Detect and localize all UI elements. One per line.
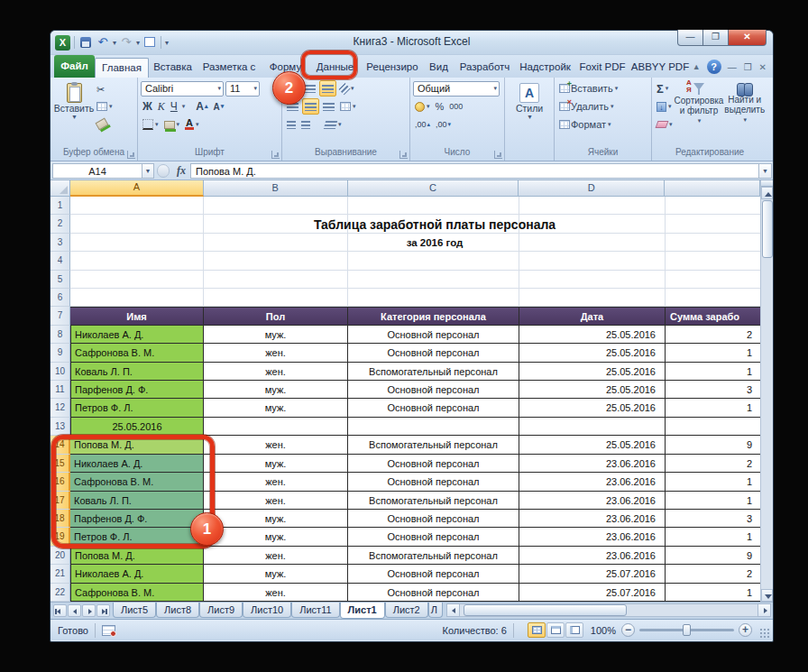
sort-filter-button[interactable]: АЯ Сортировка и фильтр▾ (675, 79, 724, 139)
help-icon[interactable]: ? (707, 60, 721, 74)
cell-B3[interactable] (204, 234, 348, 252)
row-header-13[interactable]: 13 (50, 418, 70, 436)
cell-C14[interactable]: Вспомогательный персонал (348, 436, 519, 454)
align-bottom-button[interactable] (319, 80, 336, 97)
cell-D5[interactable] (519, 271, 666, 289)
sheet-tab-лист5[interactable]: Лист5 (113, 603, 156, 618)
cell-D10[interactable]: 25.05.2016 (519, 363, 666, 381)
sheet-tab-л[interactable]: Л (428, 603, 443, 618)
cell-A13[interactable]: 25.05.2016 (70, 418, 204, 436)
cell-D16[interactable]: 23.06.2016 (519, 473, 666, 491)
sheet-tab-лист8[interactable]: Лист8 (156, 603, 199, 618)
cell-C13[interactable] (348, 418, 519, 436)
workbook-minimize-icon[interactable]: — (728, 62, 738, 72)
column-header-D[interactable]: D (519, 180, 665, 197)
split-handle[interactable] (761, 180, 773, 187)
vertical-scroll-thumb[interactable] (762, 200, 773, 258)
cell-E18[interactable]: 3 (666, 510, 760, 528)
cell-A21[interactable]: Николаев А. Д. (70, 565, 204, 583)
cell-B2[interactable] (204, 215, 348, 233)
row-header-11[interactable]: 11 (50, 381, 70, 399)
number-dialog-launcher-icon[interactable] (494, 151, 502, 159)
cell-B1[interactable] (204, 197, 348, 215)
resize-grip[interactable] (759, 628, 770, 639)
insert-cells-button[interactable]: Вставить▾ (557, 80, 620, 97)
paste-dropdown-icon[interactable]: ▼ (71, 114, 78, 120)
decrease-decimal-button[interactable]: ,00 (434, 116, 453, 133)
header-cell-E7[interactable]: Сумма зарабо (666, 307, 760, 325)
increase-decimal-button[interactable]: ,00 (413, 116, 432, 133)
cell-B22[interactable]: жен. (204, 584, 348, 602)
cell-D3[interactable] (519, 234, 666, 252)
cell-E9[interactable]: 1 (666, 344, 760, 362)
cell-E5[interactable] (666, 271, 760, 289)
number-format-select[interactable]: Общий▾ (413, 81, 500, 97)
italic-button[interactable]: К (156, 98, 167, 115)
clipboard-dialog-launcher-icon[interactable] (127, 151, 135, 159)
cell-C15[interactable]: Основной персонал (348, 455, 519, 473)
cell-B15[interactable]: муж. (204, 455, 348, 473)
cell-E11[interactable]: 3 (666, 381, 760, 399)
cell-A10[interactable]: Коваль Л. П. (70, 363, 204, 381)
cell-D11[interactable]: 25.05.2016 (519, 381, 666, 399)
normal-view-button[interactable] (528, 622, 546, 638)
row-header-3[interactable]: 3 (50, 234, 70, 252)
scroll-left-icon[interactable] (446, 603, 460, 617)
fill-color-button[interactable]: ▾ (162, 116, 182, 133)
next-sheet-icon[interactable] (82, 604, 96, 617)
cell-D1[interactable] (519, 197, 666, 215)
cell-B16[interactable]: жен. (204, 473, 348, 491)
close-button[interactable]: ✕ (728, 30, 767, 46)
underline-button[interactable]: Ч (169, 98, 179, 115)
header-cell-B7[interactable]: Пол (204, 307, 348, 325)
cell-B9[interactable]: жен. (204, 344, 348, 362)
font-color-button[interactable]: А▾ (183, 116, 200, 133)
macro-record-icon[interactable] (102, 625, 115, 636)
cell-D2[interactable] (519, 215, 666, 233)
cell-C8[interactable]: Основной персонал (348, 326, 519, 344)
styles-button[interactable]: A Стили ▼ (508, 79, 551, 144)
font-size-select[interactable]: 11▾ (225, 81, 260, 97)
cell-D21[interactable]: 25.07.2016 (519, 565, 666, 583)
cell-B21[interactable]: муж. (204, 565, 348, 583)
header-cell-D7[interactable]: Дата (519, 307, 666, 325)
cell-E6[interactable] (666, 289, 760, 307)
cell-D18[interactable]: 23.06.2016 (519, 510, 666, 528)
row-header-20[interactable]: 20 (50, 547, 70, 565)
row-header-2[interactable]: 2 (50, 215, 70, 233)
increase-indent-button[interactable] (299, 116, 312, 133)
page-break-view-button[interactable] (565, 622, 583, 638)
scroll-down-icon[interactable] (761, 589, 773, 602)
ribbon-tab-вставка[interactable]: Вставка (149, 58, 197, 78)
insert-function-icon[interactable]: fx (172, 164, 190, 178)
horizontal-scroll-track[interactable] (460, 603, 758, 617)
cell-B11[interactable]: муж. (204, 381, 348, 399)
cell-C1[interactable] (348, 197, 519, 215)
minimize-button[interactable]: — (677, 30, 703, 46)
row-header-1[interactable]: 1 (50, 197, 70, 215)
cell-E21[interactable]: 2 (666, 565, 760, 583)
zoom-level[interactable]: 100% (591, 625, 616, 636)
cut-button[interactable]: ✂ (95, 81, 115, 97)
cell-D13[interactable] (519, 418, 666, 436)
cell-E4[interactable] (666, 252, 760, 270)
cell-D6[interactable] (519, 289, 666, 307)
paste-button[interactable]: Вставить ▼ (53, 79, 95, 144)
page-layout-view-button[interactable] (546, 622, 565, 638)
row-header-9[interactable]: 9 (50, 344, 70, 362)
format-cells-button[interactable]: Формат▾ (557, 116, 613, 133)
restore-button[interactable]: ❐ (703, 30, 728, 46)
clear-button[interactable]: ▾ (655, 116, 675, 133)
accounting-format-button[interactable]: ▾ (413, 98, 432, 115)
column-header-C[interactable]: C (348, 180, 519, 197)
cell-C19[interactable]: Основной персонал (348, 528, 519, 546)
font-name-select[interactable]: Calibri▾ (141, 81, 224, 97)
cell-D17[interactable]: 23.06.2016 (519, 492, 666, 510)
cell-E14[interactable]: 9 (666, 436, 760, 454)
row-header-22[interactable]: 22 (50, 584, 70, 602)
cell-D15[interactable]: 23.06.2016 (519, 455, 666, 473)
cell-C5[interactable] (348, 271, 519, 289)
align-center-button[interactable] (302, 98, 319, 115)
column-header-B[interactable]: B (204, 180, 348, 197)
cell-E1[interactable] (666, 197, 760, 215)
